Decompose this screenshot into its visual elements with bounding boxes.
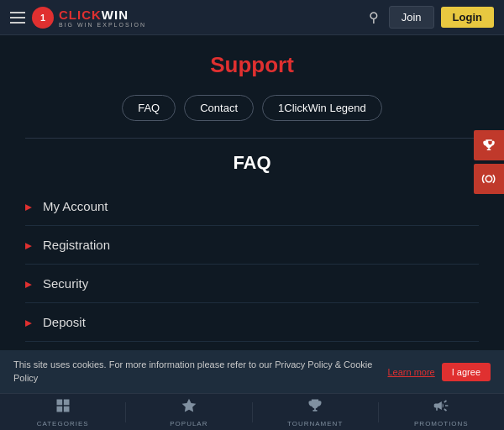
side-buttons xyxy=(474,130,504,194)
cookie-actions: Learn more I agree xyxy=(387,363,491,381)
join-button[interactable]: Join xyxy=(389,6,434,29)
cookie-banner: This site uses cookies. For more informa… xyxy=(0,350,504,393)
page-title: Support xyxy=(25,52,479,78)
tab-faq[interactable]: FAQ xyxy=(122,95,176,121)
logo-circle: 1 xyxy=(32,7,54,29)
grid-icon xyxy=(55,397,71,418)
megaphone-icon xyxy=(433,397,449,418)
chevron-icon: ▸ xyxy=(25,277,31,291)
scissors-icon xyxy=(481,171,496,186)
main-content: Support FAQ Contact 1ClickWin Legend FAQ… xyxy=(0,35,504,396)
nav-label-tournament: TOURNAMENT xyxy=(287,420,343,427)
faq-item-security[interactable]: ▸ Security xyxy=(25,265,479,303)
faq-item-deposit[interactable]: ▸ Deposit xyxy=(25,303,479,342)
header-right: ⚲ Join Login xyxy=(365,6,494,29)
faq-item-label: Registration xyxy=(43,238,110,252)
nav-label-categories: CATEGORIES xyxy=(37,420,89,427)
scissors-side-button[interactable] xyxy=(474,164,504,194)
nav-item-tournament[interactable]: TOURNAMENT xyxy=(253,397,378,427)
header: 1 CLICKCLICKWINWIN BIG WIN EXPLOSION ⚲ J… xyxy=(0,0,504,35)
faq-item-label: My Account xyxy=(43,199,108,213)
faq-item-account[interactable]: ▸ My Account xyxy=(25,187,479,226)
faq-item-label: Deposit xyxy=(43,315,86,329)
trophy-icon xyxy=(481,138,496,153)
star-icon xyxy=(181,397,197,418)
agree-button[interactable]: I agree xyxy=(442,363,491,381)
chevron-icon: ▸ xyxy=(25,200,31,213)
nav-item-categories[interactable]: CATEGORIES xyxy=(0,397,125,427)
nav-label-promotions: PROMOTIONS xyxy=(414,420,469,427)
learn-more-button[interactable]: Learn more xyxy=(387,367,434,377)
faq-section-title: FAQ xyxy=(25,152,479,174)
trophy-nav-icon xyxy=(307,397,323,418)
faq-item-registration[interactable]: ▸ Registration xyxy=(25,226,479,265)
faq-item-label: Security xyxy=(43,276,88,291)
login-button[interactable]: Login xyxy=(441,7,494,28)
logo-tagline: BIG WIN EXPLOSION xyxy=(59,22,146,28)
trophy-side-button[interactable] xyxy=(474,130,504,160)
search-button[interactable]: ⚲ xyxy=(365,6,382,29)
header-left: 1 CLICKCLICKWINWIN BIG WIN EXPLOSION xyxy=(10,7,146,29)
divider xyxy=(25,138,479,139)
nav-item-popular[interactable]: POPULAR xyxy=(126,397,251,427)
logo-brand: CLICKCLICKWINWIN xyxy=(59,8,146,22)
cookie-text: This site uses cookies. For more informa… xyxy=(13,359,379,385)
hamburger-icon[interactable] xyxy=(10,12,25,24)
logo-text: CLICKCLICKWINWIN BIG WIN EXPLOSION xyxy=(59,8,146,28)
chevron-icon: ▸ xyxy=(25,316,31,329)
logo[interactable]: 1 CLICKCLICKWINWIN BIG WIN EXPLOSION xyxy=(32,7,146,29)
tab-legend[interactable]: 1ClickWin Legend xyxy=(262,95,382,121)
tab-bar: FAQ Contact 1ClickWin Legend xyxy=(25,95,479,121)
tab-contact[interactable]: Contact xyxy=(184,95,254,121)
chevron-icon: ▸ xyxy=(25,239,31,252)
bottom-nav: CATEGORIES POPULAR TOURNAMENT PROMOTIONS xyxy=(0,393,504,430)
nav-label-popular: POPULAR xyxy=(170,420,207,427)
nav-item-promotions[interactable]: PROMOTIONS xyxy=(379,397,504,427)
